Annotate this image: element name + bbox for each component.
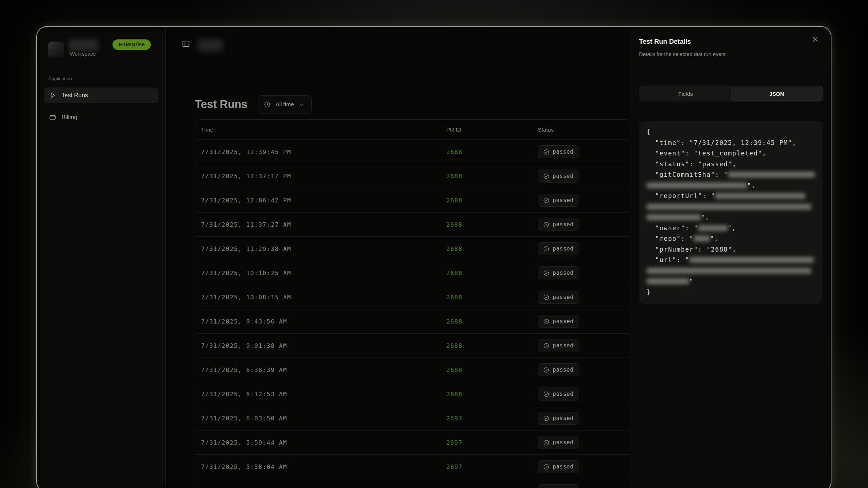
table-row[interactable]: 7/31/2025, 5:51:23 AM 2697 passed (195, 479, 630, 488)
status-badge: passed (538, 412, 579, 425)
status-badge: passed (538, 242, 579, 255)
status-text: passed (553, 173, 574, 179)
pr-id-link[interactable]: 2688 (446, 367, 463, 373)
sidebar-card: Workspace Enterprise Application Test Ru… (40, 30, 163, 488)
header-title-redacted (198, 39, 222, 52)
circle-check-icon (543, 270, 549, 276)
table-row[interactable]: 7/31/2025, 9:01:38 AM 2688 passed (195, 334, 630, 358)
status-text: passed (553, 415, 574, 421)
circle-check-icon (543, 367, 549, 373)
pr-id-link[interactable]: 2688 (446, 221, 463, 228)
sidebar-item-billing[interactable]: Billing (44, 110, 158, 125)
json-code-block: { "time": "7/31/2025, 12:39:45 PM", "eve… (639, 121, 822, 304)
circle-check-icon (543, 197, 549, 204)
pr-id-link[interactable]: 2688 (446, 197, 463, 204)
panel-subtitle: Details for the selected test run event (639, 51, 726, 57)
main-content: Test Runs All time Time PR ID Status 7/3… (165, 61, 630, 488)
status-badge: passed (538, 218, 579, 231)
time-filter-value: All time (276, 101, 294, 108)
test-run-details-panel: Test Run Details Details for the selecte… (630, 27, 831, 488)
pr-id-link[interactable]: 2688 (446, 342, 463, 349)
status-text: passed (553, 391, 574, 397)
sidebar-item-label: Billing (61, 114, 77, 121)
status-text: passed (553, 342, 574, 349)
details-tabs: Fields JSON (639, 86, 824, 102)
run-time: 7/31/2025, 12:39:45 PM (195, 149, 441, 155)
workspace-logo (48, 42, 64, 57)
redacted-value (647, 214, 701, 220)
run-time: 7/31/2025, 10:08:15 AM (195, 294, 441, 301)
redacted-value (647, 278, 689, 284)
run-time: 7/31/2025, 5:59:44 AM (195, 439, 441, 446)
status-text: passed (553, 463, 574, 470)
pr-id-link[interactable]: 2688 (446, 245, 463, 252)
page-title: Test Runs (195, 98, 247, 111)
circle-check-icon (543, 343, 549, 349)
table-row[interactable]: 7/31/2025, 10:08:15 AM 2688 passed (195, 285, 630, 309)
panel-title: Test Run Details (639, 38, 691, 46)
tab-fields[interactable]: Fields (640, 87, 731, 100)
table-row[interactable]: 7/31/2025, 12:06:42 PM 2688 passed (195, 188, 630, 213)
pr-id-link[interactable]: 2688 (446, 318, 463, 325)
circle-check-icon (543, 391, 549, 397)
table-row[interactable]: 7/31/2025, 12:39:45 PM 2688 passed (195, 140, 630, 164)
status-badge: passed (538, 194, 579, 207)
status-text: passed (553, 221, 574, 228)
sidebar-item-label: Test Runs (61, 92, 88, 99)
workspace-name-redacted (69, 39, 98, 51)
circle-check-icon (543, 318, 549, 325)
pr-id-link[interactable]: 2688 (446, 270, 463, 277)
status-text: passed (553, 245, 574, 252)
table-row[interactable]: 7/31/2025, 10:10:25 AM 2688 passed (195, 261, 630, 285)
table-body: 7/31/2025, 12:39:45 PM 2688 passed 7/31/… (195, 140, 630, 488)
run-time: 7/31/2025, 12:37:17 PM (195, 173, 441, 180)
status-badge: passed (538, 315, 579, 328)
redacted-value (647, 268, 811, 274)
pr-id-link[interactable]: 2688 (446, 173, 463, 180)
table-row[interactable]: 7/31/2025, 11:37:27 AM 2688 passed (195, 213, 630, 237)
run-time: 7/31/2025, 5:58:04 AM (195, 463, 441, 470)
sidebar: Workspace Enterprise Application Test Ru… (37, 27, 166, 488)
run-time: 7/31/2025, 6:03:50 AM (195, 415, 441, 422)
tab-json[interactable]: JSON (731, 87, 822, 100)
redacted-value (647, 204, 811, 210)
table-row[interactable]: 7/31/2025, 11:29:38 AM 2688 passed (195, 237, 630, 261)
table-row[interactable]: 7/31/2025, 5:58:04 AM 2697 passed (195, 455, 630, 479)
redacted-value (715, 193, 805, 199)
pr-id-link[interactable]: 2688 (446, 149, 463, 155)
table-row[interactable]: 7/31/2025, 6:38:39 AM 2688 passed (195, 358, 630, 382)
redacted-value (694, 236, 710, 241)
table-row[interactable]: 7/31/2025, 6:03:50 AM 2697 passed (195, 406, 630, 431)
run-time: 7/31/2025, 6:38:39 AM (195, 367, 441, 373)
pr-id-link[interactable]: 2697 (446, 463, 463, 470)
status-badge: passed (538, 339, 579, 352)
status-badge: passed (538, 484, 579, 488)
circle-check-icon (543, 440, 549, 446)
table-row[interactable]: 7/31/2025, 5:59:44 AM 2697 passed (195, 431, 630, 455)
redacted-value (689, 257, 814, 263)
run-time: 7/31/2025, 12:06:42 PM (195, 197, 441, 204)
sidebar-toggle-icon[interactable] (182, 39, 190, 48)
status-badge: passed (538, 170, 579, 183)
main-header (165, 27, 630, 61)
status-text: passed (553, 197, 574, 204)
time-filter-select[interactable]: All time (257, 95, 312, 114)
close-icon[interactable] (811, 35, 821, 44)
circle-check-icon (543, 415, 549, 421)
json-code: { "time": "7/31/2025, 12:39:45 PM", "eve… (647, 127, 815, 297)
status-badge: passed (538, 145, 579, 158)
table-row[interactable]: 7/31/2025, 6:12:53 AM 2688 passed (195, 382, 630, 406)
table-row[interactable]: 7/31/2025, 9:43:56 AM 2688 passed (195, 309, 630, 334)
clock-icon (264, 101, 271, 108)
table-header-row: Time PR ID Status (195, 120, 630, 140)
status-text: passed (553, 318, 574, 325)
pr-id-link[interactable]: 2688 (446, 294, 463, 301)
sidebar-item-test-runs[interactable]: Test Runs (44, 87, 158, 103)
circle-check-icon (543, 246, 549, 252)
table-row[interactable]: 7/31/2025, 12:37:17 PM 2688 passed (195, 164, 630, 188)
circle-check-icon (543, 222, 549, 228)
run-time: 7/31/2025, 11:37:27 AM (195, 221, 441, 228)
pr-id-link[interactable]: 2697 (446, 415, 463, 422)
pr-id-link[interactable]: 2697 (446, 439, 463, 446)
pr-id-link[interactable]: 2688 (446, 391, 463, 398)
